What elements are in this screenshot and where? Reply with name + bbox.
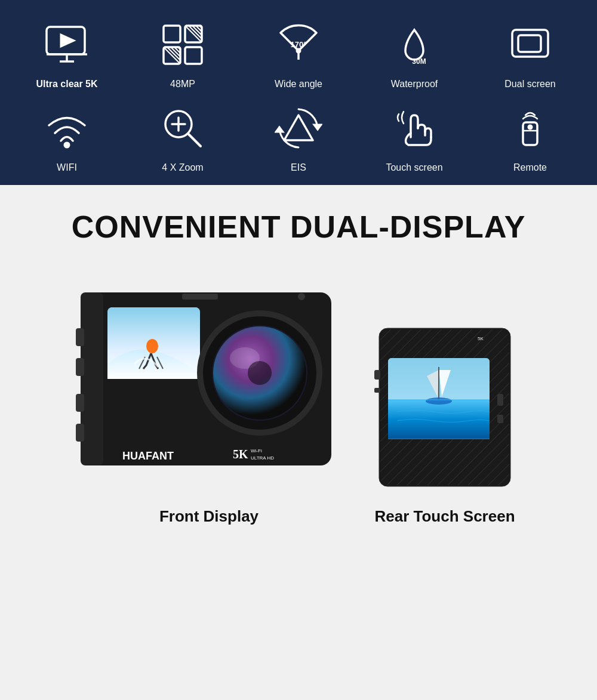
touch-hand-icon (387, 101, 441, 155)
svg-marker-31 (314, 125, 321, 129)
feature-48mp: 48MP (128, 18, 238, 90)
svg-line-14 (167, 47, 180, 60)
feature-ultra-clear-5k-label: Ultra clear 5K (36, 79, 97, 90)
rear-touch-screen-label: Rear Touch Screen (374, 507, 515, 526)
wifi-icon (40, 101, 94, 155)
feature-wide-angle: 170° Wide angle (244, 18, 353, 90)
svg-text:5K: 5K (233, 448, 248, 461)
svg-line-29 (189, 134, 201, 146)
feature-dual-screen-label: Dual screen (504, 79, 555, 90)
svg-point-25 (64, 143, 69, 147)
water-drop-icon: 30M (387, 18, 441, 72)
dual-screen-icon (503, 18, 557, 72)
feature-eis: EIS (244, 101, 353, 173)
angle-170-icon: 170° (272, 18, 325, 72)
svg-line-13 (164, 47, 180, 64)
rear-camera-item: 5K Rear Touch Screen (367, 322, 522, 526)
svg-point-35 (528, 125, 532, 129)
svg-text:ULTRA HD: ULTRA HD (251, 455, 274, 461)
feature-wifi: WIFI (12, 101, 122, 173)
grid-squares-icon (156, 18, 210, 72)
svg-rect-59 (182, 294, 218, 300)
svg-rect-24 (518, 35, 541, 52)
feature-wide-angle-label: Wide angle (275, 79, 322, 90)
svg-point-52 (248, 361, 272, 385)
feature-dual-screen: Dual screen (475, 18, 585, 90)
svg-point-21 (297, 49, 300, 53)
feature-waterproof-label: Waterproof (391, 79, 438, 90)
svg-rect-5 (164, 26, 180, 42)
svg-line-7 (185, 26, 202, 42)
remote-signal-icon (503, 101, 557, 155)
svg-rect-40 (76, 394, 84, 412)
feature-remote: Remote (475, 101, 585, 173)
dual-display-section: CONVENIENT DUAL-DISPLAY (0, 185, 597, 550)
svg-point-44 (146, 339, 158, 353)
svg-rect-74 (497, 394, 503, 406)
svg-text:Wi-Fi: Wi-Fi (251, 448, 262, 454)
front-display-label: Front Display (159, 507, 259, 526)
cameras-row: HUAFANT 5K Wi-Fi ULTRA HD Front Display (12, 269, 585, 526)
play-screen-icon (40, 18, 94, 72)
feature-wifi-label: WIFI (57, 162, 77, 173)
svg-marker-4 (61, 35, 74, 47)
svg-rect-71 (374, 370, 380, 380)
feature-ultra-clear-5k: Ultra clear 5K (12, 18, 122, 90)
feature-4x-zoom: 4 X Zoom (128, 101, 238, 173)
svg-rect-41 (76, 424, 84, 442)
feature-4x-zoom-label: 4 X Zoom (162, 162, 203, 173)
features-section: Ultra clear 5K (0, 0, 597, 185)
feature-48mp-label: 48MP (170, 79, 195, 90)
rear-camera-image: 5K (367, 322, 522, 495)
svg-rect-72 (374, 388, 380, 393)
zoom-plus-icon (156, 101, 210, 155)
svg-marker-32 (276, 127, 283, 132)
svg-text:170°: 170° (291, 40, 307, 49)
svg-rect-38 (76, 328, 84, 346)
svg-text:30M: 30M (412, 57, 426, 66)
svg-marker-30 (284, 115, 313, 140)
svg-rect-39 (76, 358, 84, 376)
feature-remote-label: Remote (513, 162, 547, 173)
svg-point-69 (426, 397, 452, 405)
svg-text:HUAFANT: HUAFANT (122, 450, 174, 462)
front-camera-image: HUAFANT 5K Wi-Fi ULTRA HD (75, 269, 343, 495)
feature-touch-screen-label: Touch screen (386, 162, 442, 173)
dual-display-title: CONVENIENT DUAL-DISPLAY (12, 209, 585, 245)
front-camera-item: HUAFANT 5K Wi-Fi ULTRA HD Front Display (75, 269, 343, 526)
svg-rect-18 (185, 47, 202, 64)
feature-waterproof: 30M Waterproof (359, 18, 469, 90)
svg-text:5K: 5K (478, 336, 484, 341)
svg-line-8 (189, 26, 202, 39)
svg-rect-67 (388, 400, 490, 439)
features-grid: Ultra clear 5K (12, 18, 585, 173)
feature-touch-screen: Touch screen (359, 101, 469, 173)
triangle-arrows-icon (272, 101, 325, 155)
svg-rect-75 (497, 415, 503, 423)
feature-eis-label: EIS (291, 162, 306, 173)
svg-point-60 (298, 293, 305, 300)
